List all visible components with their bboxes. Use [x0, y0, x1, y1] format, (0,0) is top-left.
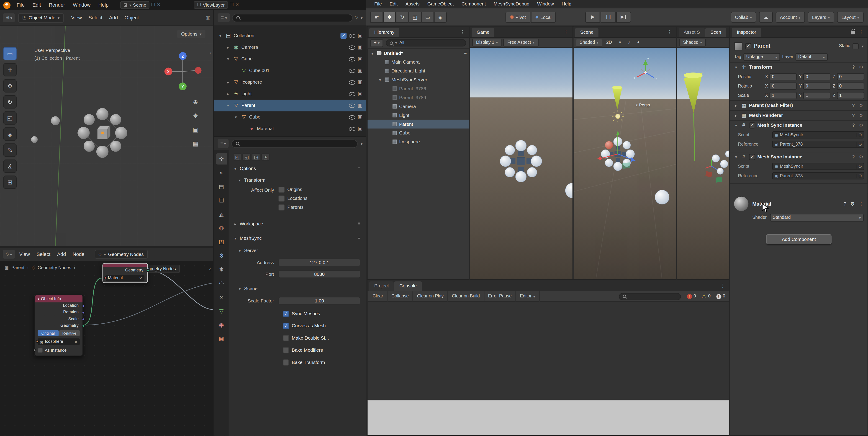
render[interactable]: ◐ — [216, 167, 227, 178]
constraints[interactable]: ∞ — [216, 292, 227, 303]
hierarchy-row[interactable]: Camera ≡ — [368, 102, 469, 111]
hierarchy-row[interactable]: Main Camera ≡ — [368, 58, 469, 66]
scale-factor-field[interactable]: 1.00 — [278, 297, 361, 304]
object-data[interactable]: ▽ — [216, 306, 227, 317]
checkbox[interactable]: ✓ — [283, 335, 289, 341]
menu-item[interactable]: File — [370, 2, 386, 6]
reference-object-field[interactable]: ▣ Parent_378 ⊙ — [772, 141, 864, 148]
disable-render-icon[interactable]: ▣ — [357, 126, 363, 131]
output-socket[interactable] — [82, 311, 84, 314]
foldout-icon[interactable]: ▾ — [734, 123, 739, 127]
settings-gear-icon[interactable]: ⚙ — [858, 103, 864, 108]
enabled-checkbox[interactable]: ✓ — [749, 154, 755, 160]
rotate[interactable]: ↻ — [396, 11, 408, 23]
game-view[interactable] — [470, 48, 572, 279]
checkbox[interactable]: ✓ — [283, 347, 289, 353]
checkbox[interactable]: ✓ — [283, 323, 289, 329]
node-header[interactable]: ▾ Object Info — [35, 295, 83, 302]
expander-icon[interactable]: ▾ — [233, 115, 239, 119]
menu-item[interactable]: Add — [54, 252, 69, 257]
settings-gear-icon[interactable]: ⚙ — [858, 155, 864, 159]
foldout-icon[interactable]: ▸ — [734, 114, 739, 117]
object-field[interactable]: ◉ Icosphere ✕ — [38, 339, 80, 345]
menu-item[interactable]: Object — [121, 15, 142, 20]
menu-item[interactable]: Edit — [386, 2, 402, 6]
node-group-selector[interactable]: ◇ ▾ Geometry Nodes — [95, 250, 148, 259]
checkbox[interactable]: ✓ — [278, 196, 284, 202]
menu-item[interactable]: View — [16, 252, 33, 257]
menu-item[interactable]: View — [68, 15, 85, 20]
number-field[interactable]: 0 — [770, 83, 797, 90]
hierarchy-row[interactable]: Icosphere ≡ — [368, 138, 469, 146]
scene-name[interactable]: Scene — [133, 3, 147, 7]
2d-toggle[interactable]: 2D — [604, 40, 614, 45]
3d-viewport[interactable]: User Perspective (1) Collection | Parent… — [0, 26, 213, 246]
hide-eye-icon[interactable] — [349, 103, 355, 108]
output-socket[interactable] — [82, 318, 84, 320]
geometry-socket[interactable] — [147, 269, 149, 272]
options-section-header[interactable]: ▾ Options ≡ — [233, 164, 361, 173]
menu-item[interactable]: Select — [33, 252, 54, 257]
hierarchy-row[interactable]: Cube ≡ — [368, 128, 469, 138]
foldout-icon[interactable]: ▾ — [734, 155, 739, 159]
editor-type-button[interactable]: ≡ ▾ — [218, 139, 229, 148]
console-button[interactable]: Clear on Build — [448, 291, 484, 301]
scene-subsection-header[interactable]: ▾ Scene — [233, 285, 361, 293]
menu-icon[interactable]: ⋮ — [458, 30, 467, 35]
menu-item[interactable]: Render — [45, 2, 69, 7]
hierarchy-row[interactable]: Parent_3789 ≡ — [368, 93, 469, 102]
meshsync-checkbox-row[interactable]: ✓ Bake Transform — [233, 359, 361, 366]
outliner-row[interactable]: ● Material ✓ ▣ — [214, 123, 366, 135]
clear-icon[interactable]: ✕ — [74, 340, 78, 344]
outliner-row[interactable]: ▸ ◉ Camera ✓ ▣ — [214, 41, 366, 53]
rect[interactable]: ▭ — [421, 11, 434, 23]
meshsync-checkbox-row[interactable]: ✓ Bake Modifiers — [233, 347, 361, 353]
expander-icon[interactable]: ▾ — [377, 78, 382, 82]
number-field[interactable]: 0 — [804, 83, 830, 90]
help-icon[interactable]: ? — [851, 123, 856, 128]
menu-item[interactable]: Window — [533, 2, 558, 6]
hide-eye-icon[interactable] — [349, 68, 355, 73]
perspective-label[interactable]: < Persp — [636, 103, 650, 107]
console-button[interactable]: Clear on Play — [413, 291, 448, 301]
toggle-ortho[interactable]: ▦ — [193, 141, 198, 147]
exclude-checkbox[interactable]: ✓ — [340, 33, 346, 39]
layers-dropdown[interactable]: Layers ▾ — [808, 11, 834, 23]
hierarchy-row[interactable]: Parent ≡ — [368, 120, 469, 128]
reference-object-field[interactable]: ▣ Parent_378 ⊙ — [772, 172, 864, 180]
node-header[interactable] — [103, 264, 147, 267]
script-object-field[interactable]: ▦ MeshSyncIr ⊙ — [772, 163, 864, 170]
layout-dropdown[interactable]: Layout ▾ — [837, 11, 864, 23]
log-count-badge[interactable]: 0 — [684, 294, 699, 299]
foldout-icon[interactable]: ▸ — [734, 104, 739, 107]
hide-eye-icon[interactable] — [349, 33, 355, 38]
workspace-section-header[interactable]: ▸ Workspace ≡ — [233, 219, 361, 228]
viewlayer-selector[interactable]: ❏ ViewLayer — [194, 1, 228, 9]
shader-dropdown[interactable]: Standard ▾ — [770, 214, 864, 222]
as-instance-row[interactable]: ✓ As Instance — [35, 346, 83, 355]
mesh-filter-header[interactable]: ▸ ▦ Parent (Mesh Filter) ? ⚙ — [730, 100, 868, 110]
move[interactable]: ✥ — [383, 11, 396, 23]
outliner-row[interactable]: ▾ ▽ Cube ✓ ▣ — [214, 111, 366, 123]
modifiers[interactable]: ⚙ — [216, 250, 227, 261]
tab-scene[interactable]: Scene — [575, 28, 598, 37]
affect-checkbox-row[interactable]: ✓ Parents — [278, 204, 307, 211]
mesh-sync-instance-header[interactable]: ▾ # ✓ Mesh Sync Instance ? ⚙ — [730, 120, 868, 130]
editor-type-button[interactable]: ⊞ ▾ — [3, 13, 15, 22]
create-button[interactable]: + ▾ — [370, 39, 383, 47]
layer-dropdown[interactable]: Defaul ▾ — [796, 53, 828, 61]
select-box[interactable]: ▭ — [3, 47, 17, 60]
geometry-nodes-canvas[interactable]: ▣ Parent › ◇ Geometry Nodes › ◇ Geometry… — [0, 261, 213, 436]
expander-icon[interactable]: ▾ — [370, 51, 375, 55]
move[interactable]: ✥ — [3, 79, 17, 92]
disable-render-icon[interactable]: ▣ — [357, 103, 363, 108]
shading-dropdown[interactable]: Shaded ▾ — [679, 38, 706, 46]
audio-toggle-icon[interactable]: ♪ — [626, 40, 632, 45]
hand[interactable]: ☛ — [370, 11, 383, 23]
outliner-row[interactable]: ▾ ▽ Cube ✓ ▣ — [214, 53, 366, 65]
tab-game[interactable]: Game — [472, 28, 494, 37]
scene-selector[interactable]: ◪ ▾ Scene — [120, 1, 150, 9]
output-socket[interactable] — [82, 304, 84, 307]
meshsync-checkbox-row[interactable]: ✓ Make Double Si... — [233, 335, 361, 341]
settings-gear-icon[interactable]: ⚙ — [850, 201, 855, 206]
